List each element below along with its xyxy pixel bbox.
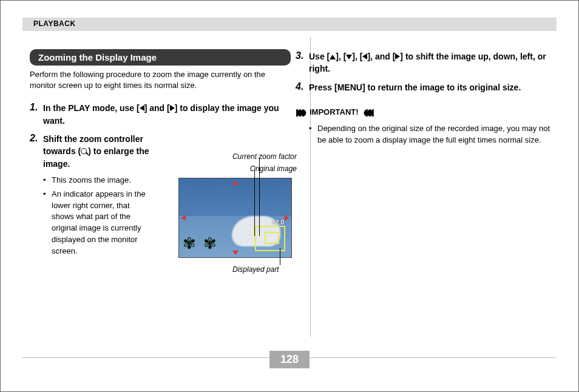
magnifier-icon <box>81 148 88 155</box>
callout-leader-line <box>280 248 280 265</box>
monitor-screenshot: ✾ ✾ ×2.0 <box>178 178 292 258</box>
palm-shape: ✾ <box>183 235 196 256</box>
step-text: ], and [ <box>367 52 395 61</box>
step-text: ] and [ <box>144 103 170 113</box>
step-text: ], [ <box>352 52 362 61</box>
step-number: 4. <box>296 81 309 93</box>
step-number: 2. <box>30 133 43 260</box>
down-arrow-icon <box>346 55 352 59</box>
important-notes: Depending on the original size of the re… <box>309 123 557 146</box>
manual-page: PLAYBACK Zooming the Display Image Perfo… <box>0 0 579 392</box>
section-intro: Perform the following procedure to zoom … <box>30 69 291 91</box>
note-item: This zooms the image. <box>43 175 151 186</box>
zoom-factor-value: ×2.0 <box>272 219 284 226</box>
zoom-figure: Current zoom factor Original image ✾ ✾ ×… <box>178 151 297 258</box>
step-text: Press [MENU] to return the image to its … <box>309 83 521 92</box>
scroll-right-indicator-icon <box>285 215 289 221</box>
palm-shape: ✾ <box>203 235 217 256</box>
important-heading: ◗◗◗ IMPORTANT! ◖◖◖ <box>296 107 557 118</box>
up-arrow-icon <box>330 55 336 59</box>
note-item: An indicator appears in the lower right … <box>43 189 151 257</box>
section-title: Zooming the Display Image <box>30 49 291 66</box>
content-columns: Zooming the Display Image Perform the fo… <box>30 37 557 343</box>
page-number: 128 <box>269 351 310 368</box>
scroll-up-indicator-icon <box>232 181 239 185</box>
important-label: IMPORTANT! <box>310 107 359 117</box>
step-number: 3. <box>296 50 309 75</box>
step-1: 1. In the PLAY mode, use [] and [] to di… <box>30 102 291 127</box>
callout-leader-line <box>254 171 255 236</box>
step-number: 1. <box>30 102 43 127</box>
figure-label-original: Original image <box>178 163 297 174</box>
callout-leader-line <box>259 159 260 236</box>
step-4: 4. Press [MENU] to return the image to i… <box>296 81 557 93</box>
step-3: 3. Use [], [], [], and [] to shift the i… <box>296 50 557 75</box>
chapter-header-bar: PLAYBACK <box>22 18 557 31</box>
step-text: ], [ <box>336 52 346 61</box>
scroll-left-indicator-icon <box>181 215 186 221</box>
ornament-icon: ◗◗◗ <box>296 107 305 118</box>
figure-label-zoom-factor: Current zoom factor <box>178 151 297 162</box>
right-column: 3. Use [], [], [], and [] to shift the i… <box>296 37 557 343</box>
left-arrow-icon <box>140 105 144 111</box>
displayed-part-frame <box>265 232 279 244</box>
left-column: Zooming the Display Image Perform the fo… <box>30 37 291 343</box>
ornament-icon: ◖◖◖ <box>364 107 373 118</box>
note-item: Depending on the original size of the re… <box>309 123 557 146</box>
step-2: 2. Shift the zoom controller towards () … <box>30 133 151 260</box>
step-2-notes: This zooms the image. An indicator appea… <box>43 175 151 257</box>
chapter-label: PLAYBACK <box>33 19 76 28</box>
right-arrow-icon <box>170 105 175 111</box>
scroll-down-indicator-icon <box>232 251 239 255</box>
step-text: Use [ <box>309 52 330 61</box>
step-text: In the PLAY mode, use [ <box>43 103 140 113</box>
figure-label-displayed: Displayed part <box>232 265 279 274</box>
